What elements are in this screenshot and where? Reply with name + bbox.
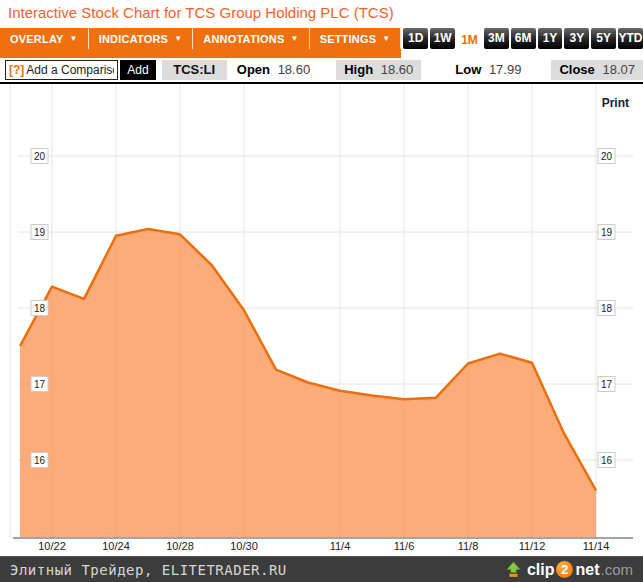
- range-button-1m-selected[interactable]: 1M: [457, 28, 482, 58]
- chart-area[interactable]: 2020191918181717161610/2210/2410/2810/30…: [0, 84, 643, 556]
- svg-text:16: 16: [34, 455, 46, 466]
- high-label: High: [344, 62, 373, 77]
- chevron-down-icon: ▼: [382, 34, 390, 43]
- comparison-quote-bar: [?] Add TCS:LI Open 18.60 High 18.60 Low…: [0, 58, 643, 82]
- clip2net-logo[interactable]: clip 2 net .com: [505, 561, 633, 579]
- chevron-down-icon: ▼: [291, 34, 299, 43]
- svg-text:20: 20: [601, 151, 613, 162]
- upload-arrow-icon: [505, 562, 522, 577]
- range-button-6m[interactable]: 6M: [511, 28, 536, 49]
- svg-text:10/24: 10/24: [102, 540, 130, 552]
- quote-close: Close 18.07: [551, 60, 643, 80]
- svg-text:10/30: 10/30: [230, 540, 258, 552]
- indicators-menu-label: INDICATORS: [99, 33, 168, 45]
- chart-toolbar: OVERLAY ▼ INDICATORS ▼ ANNOTATIONS ▼ SET…: [0, 28, 643, 58]
- print-link[interactable]: Print: [602, 96, 629, 110]
- add-comparison-box[interactable]: [?]: [5, 60, 118, 80]
- page-title: Interactive Stock Chart for TCS Group Ho…: [0, 0, 643, 26]
- overlay-menu-label: OVERLAY: [10, 33, 64, 45]
- logo-two-badge: 2: [556, 561, 573, 578]
- symbol-badge: TCS:LI: [162, 60, 227, 80]
- high-value: 18.60: [381, 62, 414, 77]
- chevron-down-icon: ▼: [174, 34, 182, 43]
- range-button-1y[interactable]: 1Y: [538, 28, 563, 49]
- help-icon: [?]: [9, 63, 24, 77]
- svg-text:19: 19: [601, 227, 613, 238]
- annotations-menu-label: ANNOTATIONS: [203, 33, 284, 45]
- svg-text:11/14: 11/14: [583, 540, 610, 552]
- open-label: Open: [237, 62, 270, 77]
- logo-clip-text: clip: [527, 561, 555, 579]
- svg-text:11/12: 11/12: [519, 540, 546, 552]
- svg-text:17: 17: [601, 379, 613, 390]
- range-button-group: 1D 1W 1M 3M 6M 1Y 3Y 5Y YTD: [401, 28, 643, 58]
- svg-text:11/8: 11/8: [458, 540, 479, 552]
- svg-text:18: 18: [34, 303, 46, 314]
- quote-open: Open 18.60: [229, 60, 318, 80]
- footer-bar: Элитный Трейдер, ELITETRADER.RU clip 2 n…: [0, 556, 643, 582]
- close-value: 18.07: [602, 62, 635, 77]
- svg-text:10/28: 10/28: [166, 540, 194, 552]
- close-label: Close: [559, 62, 594, 77]
- range-button-1w[interactable]: 1W: [430, 28, 455, 49]
- menu-group: OVERLAY ▼ INDICATORS ▼ ANNOTATIONS ▼ SET…: [0, 28, 401, 58]
- svg-text:18: 18: [601, 303, 613, 314]
- range-button-5y[interactable]: 5Y: [591, 28, 616, 49]
- svg-text:16: 16: [601, 455, 613, 466]
- low-value: 17.99: [489, 62, 522, 77]
- open-value: 18.60: [278, 62, 311, 77]
- settings-menu-label: SETTINGS: [320, 33, 377, 45]
- price-area-chart[interactable]: 2020191918181717161610/2210/2410/2810/30…: [0, 84, 643, 556]
- svg-text:11/4: 11/4: [330, 540, 351, 552]
- low-label: Low: [455, 62, 481, 77]
- quote-low: Low 17.99: [447, 60, 529, 80]
- footer-site-text: Элитный Трейдер, ELITETRADER.RU: [10, 562, 287, 578]
- svg-text:20: 20: [34, 151, 46, 162]
- chevron-down-icon: ▼: [70, 34, 78, 43]
- range-button-3y[interactable]: 3Y: [564, 28, 589, 49]
- add-button[interactable]: Add: [120, 60, 155, 80]
- range-button-3m[interactable]: 3M: [484, 28, 509, 49]
- range-button-ytd[interactable]: YTD: [618, 28, 643, 49]
- svg-text:17: 17: [34, 379, 46, 390]
- stock-chart-page: Interactive Stock Chart for TCS Group Ho…: [0, 0, 643, 582]
- svg-text:11/6: 11/6: [394, 540, 415, 552]
- range-button-1d[interactable]: 1D: [403, 28, 428, 49]
- svg-text:10/22: 10/22: [38, 540, 66, 552]
- comparison-input[interactable]: [26, 63, 114, 77]
- logo-net-text: net: [575, 561, 599, 579]
- quote-high: High 18.60: [336, 60, 421, 80]
- annotations-menu-button[interactable]: ANNOTATIONS ▼: [193, 28, 309, 49]
- svg-text:19: 19: [34, 227, 46, 238]
- logo-dotcom-text: .com: [600, 561, 633, 578]
- settings-menu-button[interactable]: SETTINGS ▼: [310, 28, 402, 49]
- indicators-menu-button[interactable]: INDICATORS ▼: [89, 28, 194, 49]
- overlay-menu-button[interactable]: OVERLAY ▼: [0, 28, 89, 49]
